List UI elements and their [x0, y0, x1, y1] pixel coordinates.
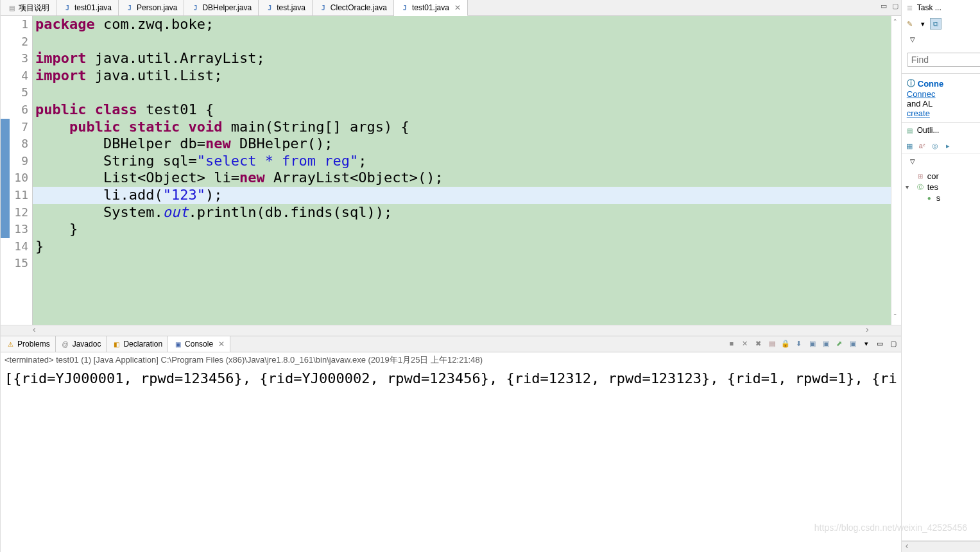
- display-icon[interactable]: ▣: [821, 338, 831, 349]
- tree-caret-icon[interactable]: ▾: [906, 184, 913, 191]
- sort-icon[interactable]: aᶻ: [916, 140, 928, 151]
- outline-view: ▤ Outli... ▦ aᶻ ◎ ▸ ▽ ⊞cor▾Ⓒtes●s: [902, 123, 980, 541]
- code-line[interactable]: }: [33, 238, 891, 255]
- right-horizontal-scrollbar[interactable]: [902, 541, 980, 552]
- clear-console-icon[interactable]: ▤: [767, 338, 777, 349]
- code-line[interactable]: [33, 84, 891, 101]
- minimize-editor-icon[interactable]: ▭: [881, 2, 887, 10]
- bottom-tab-bar: ⚠Problems @Javadoc ◧Declaration ▣Console…: [1, 336, 901, 352]
- code-line[interactable]: public class test01 {: [33, 101, 891, 119]
- code-line[interactable]: package com.zwq.boke;: [33, 16, 891, 33]
- code-line[interactable]: DBHelper db=new DBHelper();: [33, 135, 891, 153]
- hide-static-icon[interactable]: ▸: [942, 140, 954, 151]
- editor-tab[interactable]: JDBHelper.java: [184, 0, 259, 15]
- terminate-icon[interactable]: ■: [726, 338, 737, 349]
- tab-javadoc[interactable]: @Javadoc: [56, 336, 107, 352]
- outline-tree[interactable]: ⊞cor▾Ⓒtes●s: [902, 168, 980, 206]
- code-line[interactable]: import java.util.List;: [33, 67, 891, 85]
- focus-task-icon[interactable]: ⧉: [930, 18, 941, 30]
- maximize-icon[interactable]: ▢: [888, 338, 898, 349]
- tab-declaration[interactable]: ◧Declaration: [107, 336, 168, 352]
- line-number: 4: [10, 67, 32, 85]
- right-side-panel: ☰ Task ... ✎ ▾ ⧉ ▽ 🔍 ⓘConne Connec and A…: [901, 0, 980, 552]
- code-line[interactable]: import java.util.ArrayList;: [33, 50, 891, 67]
- new-console-icon[interactable]: ▣: [848, 338, 858, 349]
- tab-label: Console: [185, 340, 213, 349]
- package-icon: ⊞: [916, 172, 925, 181]
- doc-file-icon: ▤: [7, 3, 16, 12]
- remove-launch-icon[interactable]: ✕: [740, 338, 750, 349]
- hide-fields-icon[interactable]: ◎: [929, 140, 941, 151]
- class-icon: Ⓒ: [916, 183, 925, 192]
- dropdown-icon[interactable]: ▽: [907, 155, 918, 167]
- code-line[interactable]: [33, 33, 891, 51]
- dropdown-icon[interactable]: ▽: [907, 33, 918, 45]
- outline-label: cor: [927, 171, 939, 181]
- line-number: 9: [10, 153, 32, 170]
- editor-tab[interactable]: ▤项目说明: [1, 0, 56, 15]
- code-editor[interactable]: 123456789101112131415 package com.zwq.bo…: [1, 16, 901, 325]
- editor-tab[interactable]: JClectOracle.java: [313, 0, 394, 15]
- maximize-editor-icon[interactable]: ▢: [892, 2, 898, 10]
- minimize-icon[interactable]: ▭: [875, 338, 885, 349]
- code-line[interactable]: System.out.println(db.finds(sql));: [33, 204, 891, 221]
- dropdown-icon[interactable]: ▾: [917, 18, 929, 30]
- focus-active-icon[interactable]: ▦: [904, 140, 915, 151]
- code-line[interactable]: String sql="select * from reg";: [33, 153, 891, 170]
- connector-link[interactable]: Connec: [907, 89, 936, 99]
- marker-bar: [1, 16, 10, 325]
- editor-tab[interactable]: Jtest.java: [259, 0, 313, 15]
- line-number: 1: [10, 16, 32, 33]
- line-number: 13: [10, 221, 32, 238]
- code-line[interactable]: li.add("123");: [33, 187, 891, 204]
- code-line[interactable]: List<Object> li=new ArrayList<Object>();: [33, 169, 891, 187]
- scroll-lock-icon[interactable]: 🔒: [780, 338, 791, 349]
- open-console-icon[interactable]: ⬈: [834, 338, 845, 349]
- problems-icon: ⚠: [6, 340, 15, 349]
- code-line[interactable]: [33, 255, 891, 272]
- overview-ruler[interactable]: [891, 16, 901, 325]
- task-view-header[interactable]: ☰ Task ...: [902, 0, 980, 15]
- remove-all-icon[interactable]: ✖: [753, 338, 764, 349]
- line-number: 3: [10, 50, 32, 67]
- code-line[interactable]: public static void main(String[] args) {: [33, 119, 891, 136]
- bottom-panel: ⚠Problems @Javadoc ◧Declaration ▣Console…: [1, 336, 901, 552]
- pin-console-icon[interactable]: ▣: [807, 338, 818, 349]
- task-title: Task ...: [917, 3, 941, 12]
- outline-item[interactable]: ●s: [906, 193, 980, 203]
- line-number-gutter: 123456789101112131415: [10, 16, 33, 325]
- dropdown-icon[interactable]: ▾: [861, 338, 872, 349]
- connector-text: and AL: [907, 99, 980, 108]
- outline-item[interactable]: ▾Ⓒtes: [906, 182, 980, 193]
- outline-item[interactable]: ⊞cor: [906, 171, 980, 182]
- outline-header[interactable]: ▤ Outli...: [902, 123, 980, 138]
- watermark-text: https://blog.csdn.net/weixin_42525456: [814, 522, 967, 533]
- editor-tab-bar: ▤项目说明Jtest01.javaJPerson.javaJDBHelper.j…: [1, 0, 901, 16]
- editor-tab[interactable]: Jtest01.java: [56, 0, 119, 15]
- tab-label: test01.java: [74, 3, 112, 12]
- tab-label: Javadoc: [73, 340, 101, 349]
- console-output[interactable]: [{rid=YJ000001, rpwd=123456}, {rid=YJ000…: [1, 368, 901, 552]
- editor-horizontal-scrollbar[interactable]: [1, 325, 901, 336]
- code-content[interactable]: package com.zwq.boke;import java.util.Ar…: [33, 16, 891, 325]
- editor-tab[interactable]: JPerson.java: [119, 0, 184, 15]
- close-icon[interactable]: ✕: [454, 3, 461, 12]
- line-number: 8: [10, 135, 32, 153]
- find-input[interactable]: [911, 55, 980, 65]
- connector-section: ⓘConne Connec and AL create: [902, 74, 980, 123]
- tab-label: Declaration: [123, 340, 162, 349]
- editor-tab[interactable]: Jtest01.java✕: [394, 0, 468, 16]
- word-wrap-icon[interactable]: ⬇: [794, 338, 804, 349]
- find-input-container[interactable]: 🔍: [907, 53, 980, 67]
- close-icon[interactable]: ✕: [218, 340, 225, 349]
- declaration-icon: ◧: [112, 340, 121, 349]
- console-toolbar: ■ ✕ ✖ ▤ 🔒 ⬇ ▣ ▣ ⬈ ▣ ▾ ▭ ▢: [726, 338, 898, 349]
- code-line[interactable]: }: [33, 221, 891, 238]
- tab-console[interactable]: ▣Console✕: [168, 336, 230, 352]
- new-task-icon[interactable]: ✎: [904, 18, 916, 30]
- create-link[interactable]: create: [907, 108, 930, 118]
- java-file-icon: J: [265, 3, 274, 12]
- tab-problems[interactable]: ⚠Problems: [1, 336, 56, 352]
- line-number: 10: [10, 169, 32, 187]
- outline-title: Outli...: [917, 126, 940, 135]
